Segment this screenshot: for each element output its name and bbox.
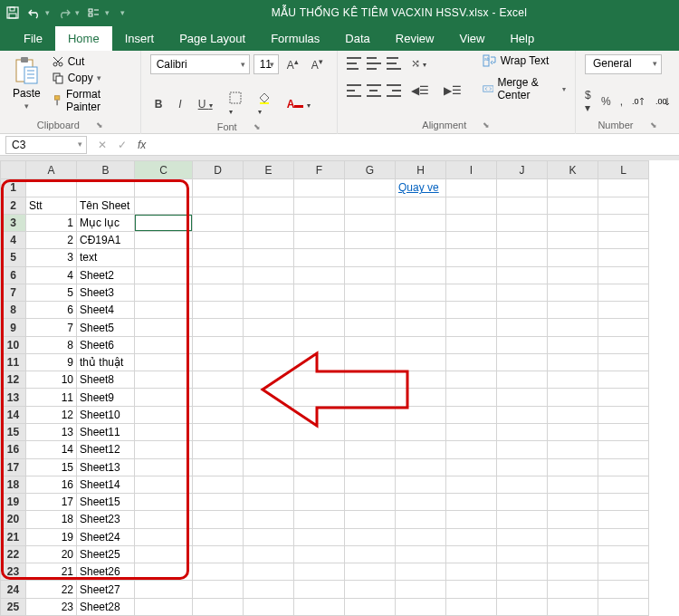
bold-button[interactable]: B — [150, 95, 167, 113]
cell-D23[interactable] — [193, 563, 244, 581]
cell-B12[interactable]: Sheet8 — [77, 371, 135, 389]
cell-J11[interactable] — [497, 353, 548, 371]
cell-A19[interactable]: 17 — [26, 494, 77, 511]
cell-F19[interactable] — [294, 494, 345, 511]
cell-F3[interactable] — [294, 214, 345, 231]
col-header-L[interactable]: L — [598, 161, 649, 179]
row-header-14[interactable]: 14 — [1, 406, 26, 423]
cell-C20[interactable] — [135, 511, 193, 528]
cell-F4[interactable] — [294, 232, 345, 249]
align-bottom-button[interactable] — [387, 57, 401, 70]
cell-K25[interactable] — [548, 598, 598, 615]
cell-L5[interactable] — [598, 249, 649, 266]
cell-A1[interactable] — [26, 179, 77, 197]
cell-E3[interactable] — [244, 214, 294, 231]
cell-L1[interactable] — [598, 179, 649, 197]
cell-E5[interactable] — [244, 249, 294, 266]
font-name-select[interactable]: Calibri — [150, 54, 250, 74]
tab-insert[interactable]: Insert — [112, 26, 167, 51]
cell-F13[interactable] — [294, 389, 345, 406]
cell-E24[interactable] — [244, 581, 294, 598]
cell-A23[interactable]: 21 — [26, 563, 77, 581]
row-header-4[interactable]: 4 — [1, 232, 26, 249]
cell-K10[interactable] — [548, 336, 598, 353]
cell-A6[interactable]: 4 — [26, 266, 77, 284]
row-header-2[interactable]: 2 — [1, 197, 26, 214]
align-center-button[interactable] — [367, 84, 381, 97]
cell-K4[interactable] — [548, 232, 598, 249]
cell-E1[interactable] — [244, 179, 294, 197]
orientation-button[interactable]: ⤭ ▾ — [406, 54, 431, 72]
cell-E2[interactable] — [244, 197, 294, 214]
cell-I4[interactable] — [446, 232, 497, 249]
cell-E4[interactable] — [244, 232, 294, 249]
cell-D4[interactable] — [193, 232, 244, 249]
cell-C17[interactable] — [135, 458, 193, 476]
cell-E11[interactable] — [244, 353, 294, 371]
cell-H15[interactable] — [396, 424, 446, 441]
cell-A11[interactable]: 9 — [26, 353, 77, 371]
cell-B20[interactable]: Sheet23 — [77, 511, 135, 528]
cell-J22[interactable] — [497, 545, 548, 563]
cell-L4[interactable] — [598, 232, 649, 249]
cell-E20[interactable] — [244, 511, 294, 528]
tab-data[interactable]: Data — [332, 26, 382, 51]
cell-K11[interactable] — [548, 353, 598, 371]
col-header-H[interactable]: H — [396, 161, 446, 179]
cell-H22[interactable] — [396, 545, 446, 563]
row-header-13[interactable]: 13 — [1, 389, 26, 406]
cell-J17[interactable] — [497, 458, 548, 476]
col-header-F[interactable]: F — [294, 161, 345, 179]
row-header-21[interactable]: 21 — [1, 528, 26, 545]
cell-J21[interactable] — [497, 528, 548, 545]
cell-K20[interactable] — [548, 511, 598, 528]
copy-button[interactable]: Copy ▾ — [50, 71, 131, 85]
cell-C22[interactable] — [135, 545, 193, 563]
tab-formulas[interactable]: Formulas — [258, 26, 332, 51]
paste-button[interactable]: Paste ▾ — [9, 54, 44, 112]
tab-view[interactable]: View — [446, 26, 497, 51]
cell-E16[interactable] — [244, 441, 294, 458]
cell-G19[interactable] — [345, 494, 396, 511]
cell-L20[interactable] — [598, 511, 649, 528]
cell-D22[interactable] — [193, 545, 244, 563]
cell-D5[interactable] — [193, 249, 244, 266]
save-icon[interactable] — [5, 5, 20, 20]
cell-I1[interactable] — [446, 179, 497, 197]
cell-C10[interactable] — [135, 336, 193, 353]
font-size-select[interactable]: 11 — [253, 54, 279, 74]
cell-G6[interactable] — [345, 266, 396, 284]
cell-C11[interactable] — [135, 353, 193, 371]
cell-J8[interactable] — [497, 302, 548, 319]
cell-G22[interactable] — [345, 545, 396, 563]
cell-L13[interactable] — [598, 389, 649, 406]
cell-G1[interactable] — [345, 179, 396, 197]
tab-help[interactable]: Help — [497, 26, 547, 51]
cell-H16[interactable] — [396, 441, 446, 458]
row-header-11[interactable]: 11 — [1, 353, 26, 371]
cell-F11[interactable] — [294, 353, 345, 371]
cell-D25[interactable] — [193, 598, 244, 615]
cell-D21[interactable] — [193, 528, 244, 545]
cell-F5[interactable] — [294, 249, 345, 266]
cell-A12[interactable]: 10 — [26, 371, 77, 389]
touch-mode-icon[interactable] — [87, 5, 101, 20]
cell-F23[interactable] — [294, 563, 345, 581]
cell-H3[interactable] — [396, 214, 446, 231]
cell-J1[interactable] — [497, 179, 548, 197]
cell-F16[interactable] — [294, 441, 345, 458]
cell-D14[interactable] — [193, 406, 244, 423]
cell-C21[interactable] — [135, 528, 193, 545]
cell-D15[interactable] — [193, 424, 244, 441]
row-header-17[interactable]: 17 — [1, 458, 26, 476]
cell-E9[interactable] — [244, 319, 294, 336]
cell-F6[interactable] — [294, 266, 345, 284]
cell-E13[interactable] — [244, 389, 294, 406]
comma-format-button[interactable]: , — [620, 95, 623, 108]
decrease-decimal-button[interactable]: .00 — [655, 96, 670, 107]
cell-H14[interactable] — [396, 406, 446, 423]
col-header-G[interactable]: G — [345, 161, 396, 179]
cell-B17[interactable]: Sheet13 — [77, 458, 135, 476]
cell-L23[interactable] — [598, 563, 649, 581]
cell-K8[interactable] — [548, 302, 598, 319]
